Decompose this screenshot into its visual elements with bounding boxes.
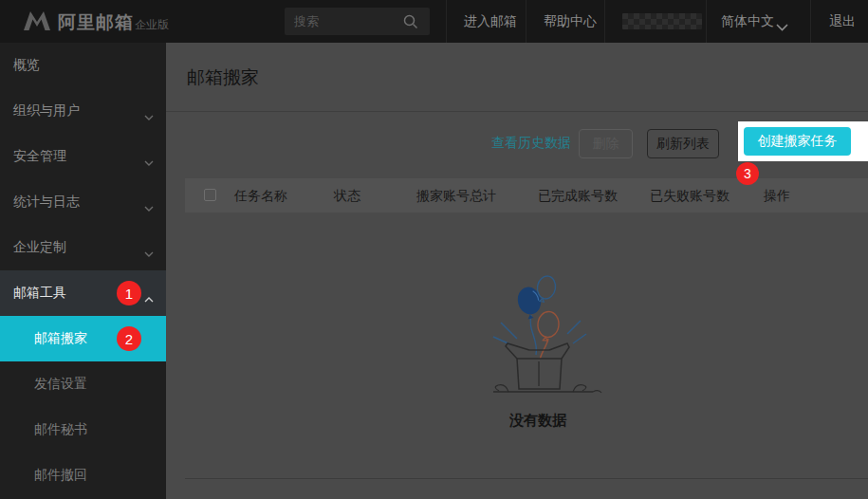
sidebar: 概览 组织与用户 安全管理 统计与日志 企业定制 <box>0 43 166 499</box>
tutorial-step-1-badge: 1 <box>117 281 141 305</box>
topbar-divider <box>706 0 707 43</box>
column-header-total-accounts: 搬家账号总计 <box>416 178 496 213</box>
user-account-censored[interactable] <box>622 13 702 29</box>
chevron-down-icon <box>144 199 154 214</box>
refresh-list-button[interactable]: 刷新列表 <box>647 129 719 158</box>
sidebar-item-mail-recall[interactable]: 邮件撤回 <box>0 453 166 498</box>
chevron-down-icon <box>144 245 154 260</box>
topbar-divider <box>526 0 526 43</box>
search-icon[interactable] <box>403 14 418 33</box>
title-divider <box>166 111 868 112</box>
alimail-logo-icon <box>21 9 53 36</box>
help-center-link[interactable]: 帮助中心 <box>544 0 597 43</box>
logout-link[interactable]: 退出 <box>829 0 856 43</box>
sidebar-item-org-users[interactable]: 组织与用户 <box>0 88 166 134</box>
column-header-task-name: 任务名称 <box>234 178 287 213</box>
view-history-link[interactable]: 查看历史数据 <box>491 135 571 152</box>
column-header-actions: 操作 <box>764 178 790 213</box>
sidebar-item-sending-settings[interactable]: 发信设置 <box>0 361 166 407</box>
select-all-checkbox[interactable] <box>204 189 216 201</box>
column-header-completed: 已完成账号数 <box>538 178 618 213</box>
table-bottom-divider <box>185 478 868 479</box>
create-migration-task-button[interactable]: 创建搬家任务 <box>744 127 851 156</box>
topbar-divider <box>604 0 605 43</box>
topbar-divider <box>446 0 447 43</box>
chevron-down-icon <box>144 154 154 169</box>
column-header-failed: 已失败账号数 <box>650 178 729 213</box>
chevron-up-icon <box>144 290 154 305</box>
sidebar-item-stats-logs[interactable]: 统计与日志 <box>0 179 166 225</box>
app-title: 阿里邮箱 <box>58 10 134 35</box>
column-header-status: 状态 <box>334 178 360 213</box>
sidebar-item-enterprise-custom[interactable]: 企业定制 <box>0 225 166 270</box>
enter-mailbox-link[interactable]: 进入邮箱 <box>464 0 517 43</box>
sidebar-item-mail-secretary[interactable]: 邮件秘书 <box>0 407 166 453</box>
sidebar-item-mailbox-migration[interactable]: 邮箱搬家 2 <box>0 316 166 361</box>
tutorial-step-2-badge: 2 <box>117 326 141 351</box>
main-content: 邮箱搬家 查看历史数据 删除 刷新列表 创建搬家任务 3 任务名称 状态 搬家账… <box>166 43 868 499</box>
sidebar-item-security[interactable]: 安全管理 <box>0 134 166 179</box>
chevron-down-icon <box>144 108 154 123</box>
table-header-row: 任务名称 状态 搬家账号总计 已完成账号数 已失败账号数 操作 <box>185 178 868 213</box>
admin-console-screen: 阿里邮箱 企业版 进入邮箱 帮助中心 简体中文 退出 <box>0 0 868 499</box>
empty-state-text: 没有数据 <box>208 412 868 430</box>
sidebar-item-mail-tools[interactable]: 邮箱工具 1 <box>0 270 166 316</box>
language-selector[interactable]: 简体中文 <box>721 0 774 43</box>
topbar-divider <box>810 0 811 43</box>
chevron-down-icon <box>776 18 788 35</box>
search-box <box>285 8 430 35</box>
tutorial-step-3-badge: 3 <box>736 162 759 185</box>
topbar: 阿里邮箱 企业版 进入邮箱 帮助中心 简体中文 退出 <box>0 0 868 43</box>
search-input[interactable] <box>285 8 398 35</box>
spotlight-highlight: 创建搬家任务 <box>738 121 868 161</box>
edition-badge: 企业版 <box>135 17 169 33</box>
sidebar-item-overview[interactable]: 概览 <box>0 43 166 88</box>
delete-button[interactable]: 删除 <box>579 129 633 158</box>
empty-state-illustration <box>467 273 609 401</box>
page-title: 邮箱搬家 <box>187 65 259 90</box>
